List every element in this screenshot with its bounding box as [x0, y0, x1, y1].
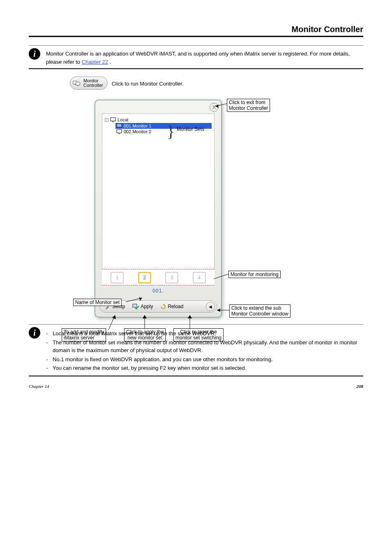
svg-rect-1: [76, 82, 80, 86]
info-divider-top-a: [29, 45, 363, 46]
monitor-slot-2[interactable]: 2: [138, 272, 151, 283]
monitor-controller-window-annotated: X - Local 001.Monitor 1 002.Monitor 2 1: [95, 100, 333, 318]
monitor-tree[interactable]: - Local 001.Monitor 1 002.Monitor 2: [102, 114, 214, 278]
svg-rect-8: [117, 130, 122, 133]
monitor-slot-3[interactable]: 3: [165, 272, 178, 283]
close-button[interactable]: X: [210, 103, 219, 112]
monitor-slot-4[interactable]: 4: [193, 272, 206, 283]
tree-collapse-icon[interactable]: -: [105, 118, 108, 122]
reload-button[interactable]: Reload: [157, 302, 187, 311]
divider-top: [29, 36, 363, 37]
tree-root-label[interactable]: Local: [118, 117, 128, 122]
list-item: The number of Monitor set means the numb…: [46, 339, 363, 355]
apply-label: Apply: [141, 304, 153, 309]
monitor-icon: [116, 123, 122, 128]
info-divider-bot-a: [29, 324, 363, 325]
reload-icon: [160, 304, 166, 309]
svg-rect-4: [111, 118, 115, 121]
page-title: Monitor Controller: [29, 25, 363, 34]
info-icon: i: [29, 48, 40, 60]
monitor-controller-button[interactable]: Monitor Controller: [70, 77, 108, 90]
label-setname: Name of Monitor set: [73, 299, 122, 306]
monitor-set-name: 001.: [95, 288, 221, 294]
bottom-notes-list: Local means a local iMatrix server that …: [46, 330, 363, 372]
label-monitor-sets: Monitor Sets: [175, 126, 206, 132]
reload-label: Reload: [168, 304, 183, 309]
monitor-strip: 1 2 3 4: [102, 269, 214, 285]
footer-page: 208: [357, 384, 364, 389]
extend-arrow-icon: ◀: [209, 304, 212, 309]
svg-rect-11: [133, 304, 137, 307]
svg-rect-6: [117, 124, 122, 127]
monitors-icon: [73, 80, 81, 86]
tree-item-label: 002.Monitor 2: [124, 129, 151, 134]
monitor-controller-button-label: Monitor Controller: [83, 79, 103, 88]
monitor-icon: [116, 129, 122, 134]
local-icon: [110, 117, 116, 122]
label-extend: Click to extend the sub Monitor Controll…: [229, 304, 291, 318]
monitor-slot-1[interactable]: 1: [111, 272, 124, 283]
info-top-link[interactable]: Chapter 22: [82, 59, 108, 65]
info-top-suffix: .: [110, 59, 111, 65]
info-note-bottom: i Local means a local iMatrix server tha…: [29, 327, 363, 373]
list-item: No.1 monitor is fixed on WebDVR applicat…: [46, 355, 363, 364]
label-exit: Click to exit from Monitor Controller: [227, 99, 270, 112]
info-divider-bot-b: [29, 376, 363, 376]
info-note-top: i Monitor Controller is an application o…: [29, 48, 363, 66]
label-monitoring: Monitor for monitoring: [228, 271, 281, 278]
extend-button[interactable]: ◀: [206, 302, 215, 311]
launch-instruction: Click to run Monitor Controller.: [112, 81, 184, 87]
brace-icon: }: [167, 122, 175, 141]
tree-item-label: 001.Monitor 1: [124, 123, 151, 128]
list-item: Local means a local iMatrix server that …: [46, 330, 363, 338]
list-item: You can rename the monitor set, by press…: [46, 364, 363, 372]
footer-chapter: Chapter 14: [29, 384, 49, 389]
info-top-text: Monitor Controller is an application of …: [46, 48, 363, 66]
info-divider-top-b: [29, 68, 363, 69]
info-icon: i: [29, 327, 40, 339]
apply-icon: [132, 304, 139, 309]
apply-button[interactable]: Apply: [129, 302, 156, 311]
